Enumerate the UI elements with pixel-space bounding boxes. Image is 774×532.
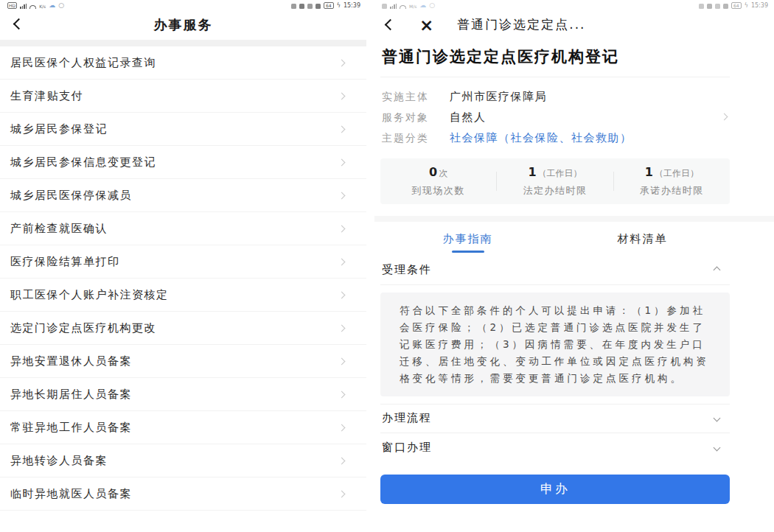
- status-right-group: 64 ϟ 15:39: [699, 2, 768, 9]
- page-title: 办事服务: [154, 16, 213, 34]
- battery-icon: 64: [731, 2, 742, 9]
- info-fields: 实施主体 广州市医疗保障局 服务对象 自然人 主题分类 社会保障（社会保险、社会…: [380, 77, 730, 145]
- service-item-settlement-print[interactable]: 医疗保险结算单打印: [0, 245, 366, 279]
- tab-bar: 办事指南 材料清单: [380, 222, 730, 256]
- back-icon[interactable]: [385, 19, 397, 31]
- service-item-resident-stop-insure[interactable]: 城乡居民医保停保减员: [0, 179, 366, 212]
- chevron-right-icon: [338, 258, 346, 265]
- service-list: 居民医保个人权益记录查询 生育津贴支付 城乡居民参保登记 城乡居民参保信息变更登…: [0, 46, 366, 511]
- info-row-implementing-body: 实施主体 广州市医疗保障局: [382, 90, 730, 104]
- service-item-longterm-resident-record[interactable]: 异地长期居住人员备案: [0, 378, 366, 411]
- info-value: 广州市医疗保障局: [450, 90, 547, 104]
- service-item-label: 居民医保个人权益记录查询: [10, 56, 156, 70]
- service-item-label: 城乡居民参保登记: [10, 122, 108, 136]
- status-left-group: M/s ☁ ○: [382, 2, 435, 9]
- stats-panel: 0次 到现场次数 1（工作日） 法定办结时限 1（工作日） 承诺办结时限: [380, 158, 730, 204]
- service-item-label: 医疗保险结算单打印: [10, 255, 120, 269]
- chevron-right-icon: [721, 113, 728, 121]
- apply-button[interactable]: 申办: [380, 475, 730, 504]
- theme-category-link[interactable]: 社会保障（社会保险、社会救助）: [450, 131, 632, 145]
- stat-onsite-visits: 0次 到现场次数: [380, 165, 496, 197]
- section-divider-band: [374, 216, 774, 222]
- info-row-service-target[interactable]: 服务对象 自然人: [382, 111, 730, 125]
- service-item-label: 城乡居民参保信息变更登记: [10, 155, 156, 169]
- tab-service-guide[interactable]: 办事指南: [380, 222, 555, 256]
- active-tab-underline: [452, 251, 484, 253]
- chevron-right-icon: [338, 225, 346, 232]
- service-item-maternity-allowance[interactable]: 生育津贴支付: [0, 80, 366, 113]
- accordion-process-flow[interactable]: 办理流程: [380, 404, 730, 433]
- header: 办事服务: [0, 10, 366, 40]
- weather-cloud-icon: ☁: [49, 2, 55, 9]
- weather-circle-icon: ○: [429, 2, 435, 9]
- signal-icon: [20, 4, 27, 10]
- chevron-right-icon: [338, 324, 346, 332]
- clock-time: 15:39: [751, 2, 768, 9]
- detail-content: 普通门诊选定定点医疗机构登记 实施主体 广州市医疗保障局 服务对象 自然人 主题…: [380, 40, 730, 504]
- chevron-right-icon: [338, 291, 346, 298]
- service-item-referral-record[interactable]: 异地转诊人员备案: [0, 444, 366, 477]
- network-speed-unit: M/s: [409, 4, 416, 9]
- service-item-temp-remote-record[interactable]: 临时异地就医人员备案: [0, 477, 366, 511]
- nav-title: 普通门诊选定定点...: [457, 16, 585, 33]
- back-icon[interactable]: [13, 18, 25, 30]
- service-item-insured-rights-query[interactable]: 居民医保个人权益记录查询: [0, 46, 366, 80]
- chevron-right-icon: [338, 357, 346, 365]
- service-item-resident-info-change[interactable]: 城乡居民参保信息变更登记: [0, 146, 366, 179]
- hd-icon: HD: [7, 2, 17, 9]
- info-value: 自然人: [450, 111, 487, 125]
- vibrate-icon: [315, 4, 321, 9]
- service-item-retiree-record[interactable]: 异地安置退休人员备案: [0, 345, 366, 378]
- spacer: [380, 398, 730, 404]
- wifi-icon: [400, 5, 406, 9]
- service-item-label: 城乡居民医保停保减员: [10, 189, 132, 203]
- chevron-down-icon: [714, 444, 721, 452]
- chevron-right-icon: [338, 424, 346, 431]
- chevron-up-icon: [714, 267, 721, 274]
- service-item-label: 选定门诊定点医疗机构更改: [10, 321, 156, 335]
- service-item-label: 异地长期居住人员备案: [10, 388, 132, 402]
- acceptance-conditions-text: 符合以下全部条件的个人可以提出申请：（1）参加社会医疗保险；（2）已选定普通门诊…: [380, 293, 730, 396]
- accordion-window-handling[interactable]: 窗口办理: [380, 433, 730, 463]
- stat-label: 法定办结时限: [497, 184, 613, 197]
- right-phone-screen: M/s ☁ ○ 64 ϟ 15:39 × 普通门诊选定定点... 普通门诊选定定…: [374, 0, 774, 532]
- phone-icon: [707, 4, 712, 9]
- chevron-right-icon: [338, 158, 346, 166]
- chevron-right-icon: [338, 391, 346, 398]
- status-right-group: 64 ϟ 15:39: [291, 2, 360, 9]
- network-speed-unit: K/s: [39, 4, 46, 9]
- headset-icon: [307, 4, 313, 9]
- signal-icon: [390, 4, 397, 10]
- sim-icon: [382, 4, 387, 9]
- service-item-label: 临时异地就医人员备案: [10, 487, 132, 501]
- phone-icon: [299, 4, 304, 9]
- charging-icon: ϟ: [745, 3, 748, 9]
- chevron-down-icon: [714, 415, 721, 422]
- service-item-outpatient-change[interactable]: 选定门诊定点医疗机构更改: [0, 312, 366, 345]
- service-item-prenatal-check[interactable]: 产前检查就医确认: [0, 212, 366, 245]
- chevron-right-icon: [338, 59, 346, 66]
- service-item-label: 产前检查就医确认: [10, 222, 108, 236]
- section-divider-band: [0, 40, 366, 46]
- stat-value: 1（工作日）: [497, 165, 613, 180]
- status-bar: HD K/s ☁ ○ 64 ϟ 15:39: [0, 0, 366, 10]
- tab-material-list[interactable]: 材料清单: [555, 222, 730, 256]
- service-item-remote-worker-record[interactable]: 常驻异地工作人员备案: [0, 411, 366, 444]
- stat-value: 0次: [380, 165, 496, 180]
- stat-label: 到现场次数: [380, 184, 496, 197]
- status-bar: M/s ☁ ○ 64 ϟ 15:39: [374, 0, 774, 10]
- chevron-right-icon: [338, 125, 346, 133]
- service-item-label: 异地安置退休人员备案: [10, 354, 132, 368]
- chevron-right-icon: [338, 192, 346, 199]
- service-item-label: 异地转诊人员备案: [10, 454, 108, 468]
- accordion-acceptance-conditions[interactable]: 受理条件: [380, 256, 730, 285]
- screenshot-canvas: HD K/s ☁ ○ 64 ϟ 15:39 办事服务: [0, 0, 774, 532]
- service-item-resident-enroll[interactable]: 城乡居民参保登记: [0, 113, 366, 146]
- close-icon[interactable]: ×: [419, 18, 433, 32]
- service-item-label: 常驻异地工作人员备案: [10, 421, 132, 435]
- service-item-account-refund-check[interactable]: 职工医保个人账户补注资核定: [0, 279, 366, 312]
- page-title: 普通门诊选定定点医疗机构登记: [380, 40, 730, 77]
- notification-icon: [699, 4, 704, 9]
- charging-icon: ϟ: [337, 3, 341, 9]
- battery-icon: 64: [324, 2, 334, 9]
